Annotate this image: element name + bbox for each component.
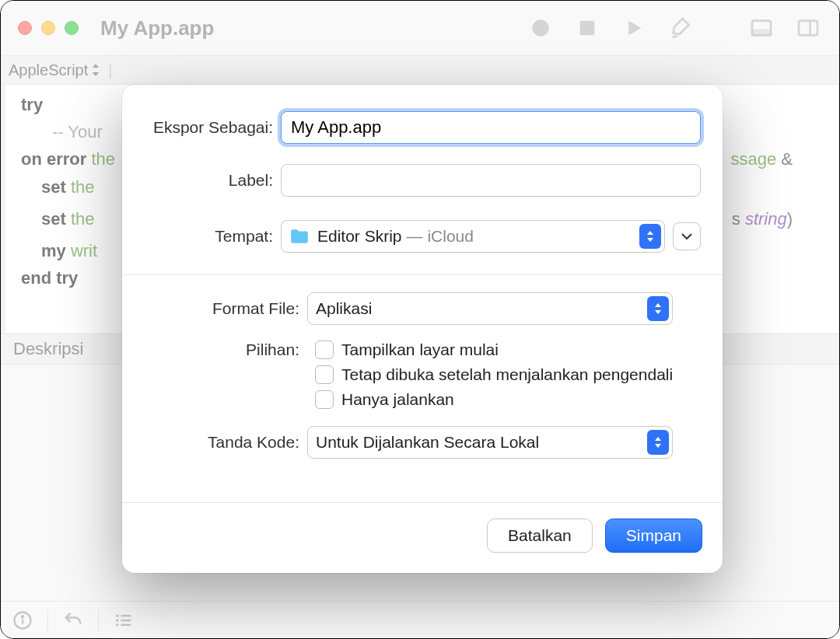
traffic-lights — [18, 21, 79, 35]
status-bar — [1, 601, 839, 638]
where-popup[interactable]: Editor Skrip — iCloud — [281, 220, 665, 253]
svg-point-11 — [116, 619, 119, 622]
language-label: AppleScript — [9, 61, 88, 79]
file-format-row: Format File: Aplikasi — [122, 289, 723, 328]
export-as-row: Ekspor Sebagai: — [122, 106, 723, 148]
separator — [98, 609, 99, 631]
code-kw: set — [41, 177, 66, 197]
option-stay-open[interactable]: Tetap dibuka setelah menjalankan pengend… — [315, 362, 673, 387]
panel-left-icon[interactable] — [747, 14, 775, 42]
label-row: Label: — [122, 159, 723, 201]
svg-point-8 — [22, 616, 23, 617]
svg-rect-14 — [121, 623, 131, 625]
code-var: ssage — [730, 149, 776, 169]
where-row: Tempat: Editor Skrip — iCloud — [122, 215, 723, 257]
code-var: writ — [66, 241, 97, 260]
toolbar — [527, 14, 822, 42]
code-kw: end try — [21, 268, 78, 288]
code-sign-row: Tanda Kode: Untuk Dijalankan Secara Loka… — [122, 423, 723, 462]
file-format-label: Format File: — [144, 299, 307, 318]
option-stay-open-label: Tetap dibuka setelah menjalankan pengend… — [341, 365, 673, 384]
code-text: ) — [787, 209, 793, 229]
expand-browser-button[interactable] — [673, 222, 701, 250]
reply-icon[interactable] — [62, 609, 84, 631]
svg-rect-10 — [121, 615, 131, 616]
nav-divider: | — [108, 61, 112, 79]
option-run-only-label: Hanya jalankan — [341, 390, 454, 409]
file-format-value: Aplikasi — [316, 299, 372, 318]
checkbox-icon — [315, 390, 334, 409]
svg-rect-12 — [121, 619, 131, 620]
code-sign-label: Tanda Kode: — [144, 433, 307, 452]
language-popup[interactable]: AppleScript — [9, 61, 100, 79]
checkbox-icon — [315, 340, 334, 359]
save-button[interactable]: Simpan — [605, 519, 702, 553]
label-field-label: Label: — [144, 171, 281, 190]
options-row: Pilihan: Tampilkan layar mulai Tetap dib… — [122, 334, 723, 415]
svg-point-13 — [116, 623, 119, 627]
stop-icon[interactable] — [573, 14, 601, 42]
save-button-label: Simpan — [626, 526, 681, 545]
run-icon[interactable] — [620, 14, 648, 42]
code-sign-value: Untuk Dijalankan Secara Lokal — [316, 433, 539, 452]
code-comment: -- Your — [52, 122, 103, 141]
checkbox-icon — [315, 365, 334, 384]
svg-point-9 — [116, 614, 119, 617]
code-kw: try — [21, 95, 43, 114]
minimize-window-button[interactable] — [41, 21, 55, 35]
code-kw: on error — [21, 149, 86, 169]
window-title: My App.app — [100, 16, 214, 40]
cancel-button[interactable]: Batalkan — [487, 519, 593, 553]
code-text: & — [776, 149, 793, 169]
label-input[interactable] — [281, 164, 701, 197]
divider — [122, 274, 723, 275]
code-var: the — [86, 149, 115, 169]
where-folder-name: Editor Skrip — [317, 227, 402, 246]
where-label: Tempat: — [144, 227, 281, 246]
panel-right-icon[interactable] — [794, 14, 822, 42]
zoom-window-button[interactable] — [65, 21, 79, 35]
popup-stepper-icon — [639, 224, 661, 249]
folder-icon — [289, 228, 310, 245]
code-var: the — [66, 177, 95, 197]
svg-rect-3 — [752, 30, 771, 36]
dialog-footer: Batalkan Simpan — [122, 502, 723, 573]
option-show-startup[interactable]: Tampilkan layar mulai — [315, 337, 673, 362]
code-var: the — [66, 209, 95, 229]
code-sign-popup[interactable]: Untuk Dijalankan Secara Lokal — [307, 426, 673, 459]
export-as-input[interactable] — [281, 111, 701, 144]
code-type: string — [745, 209, 787, 229]
svg-rect-4 — [799, 21, 817, 36]
svg-rect-1 — [580, 21, 595, 36]
titlebar: My App.app — [1, 1, 839, 55]
code-kw: my — [41, 241, 66, 260]
code-kw: set — [41, 209, 66, 229]
export-dialog: Ekspor Sebagai: Label: Tempat: Editor Sk… — [122, 85, 723, 573]
option-run-only[interactable]: Hanya jalankan — [315, 387, 673, 412]
compile-icon[interactable] — [667, 14, 695, 42]
where-folder-suffix: — iCloud — [407, 227, 474, 246]
option-show-startup-label: Tampilkan layar mulai — [341, 340, 499, 359]
language-bar: AppleScript | — [1, 55, 839, 85]
list-icon[interactable] — [113, 609, 135, 631]
cancel-button-label: Batalkan — [508, 526, 572, 545]
record-icon[interactable] — [527, 14, 555, 42]
export-as-label: Ekspor Sebagai: — [144, 118, 281, 137]
info-icon[interactable] — [12, 609, 33, 631]
code-text: s — [732, 209, 745, 229]
file-format-popup[interactable]: Aplikasi — [307, 292, 673, 325]
svg-point-0 — [532, 19, 548, 36]
close-window-button[interactable] — [18, 21, 32, 35]
popup-stepper-icon — [647, 296, 669, 321]
separator — [47, 609, 48, 631]
options-label: Pilihan: — [144, 337, 307, 359]
popup-stepper-icon — [647, 430, 669, 455]
app-window: My App.app AppleScript — [0, 0, 840, 639]
